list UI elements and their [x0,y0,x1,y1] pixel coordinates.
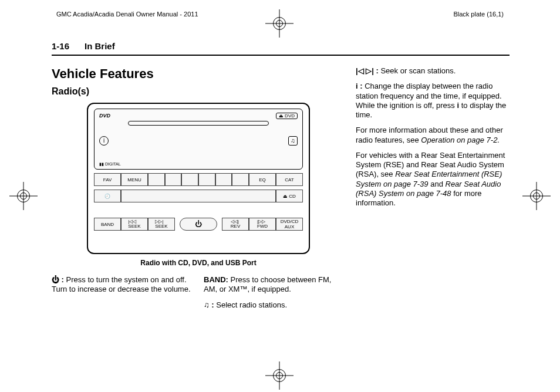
power-desc: ⏻ : Press to turn the system on and off.… [52,275,193,316]
seek-symbol: |◁ ▷| : [356,66,379,75]
band-tune-desc: BAND: Press to choose between FM, AM, or… [204,275,345,316]
fav-button: FAV [94,173,121,186]
band-button: BAND [94,218,121,231]
more-info-2c: and [429,180,446,188]
dolby-icon: ▮▮ DIGITAL [99,162,121,167]
power-text: Press to turn the system on and off. Tur… [52,275,191,293]
more-info-1b: Operation on page 7-2. [421,136,500,144]
clock-button: 🕘 [94,190,121,202]
rev-button: ◁◁| REV [222,218,249,231]
tune-text: Select radio stations. [214,300,287,309]
page-number: 1-16 [52,41,69,51]
disc-slot [128,121,269,126]
page-body: 1-16 In Brief Vehicle Features Radio(s) … [52,41,510,316]
preset-3 [181,173,198,186]
reg-mark-bottom [265,361,294,390]
power-button: ⏻ [180,218,217,231]
seek-next-button: ▷▷| SEEK [148,218,175,231]
section-title: In Brief [85,41,115,51]
reg-mark-left [9,182,38,210]
running-head: 1-16 In Brief [52,41,510,56]
aux-button: DVD/CD AUX [276,218,303,231]
plate-label: Black plate (16,1) [453,11,504,18]
heading-vehicle-features: Vehicle Features [52,66,345,82]
cd-eject-button: ⏏ CD [276,190,303,202]
tune-symbol: ♫ : [204,300,214,309]
preset-4 [198,173,215,186]
dvd-eject-button: ⏏ DVD [276,113,298,119]
radio-row-2: 🕘 ⏏ CD [94,190,303,202]
radio-figure: DVD ⏏ DVD i ♫ ▮▮ DIGITAL FAV MENU E [87,103,310,254]
dvd-logo-icon: DVD [99,113,110,119]
row2-blank [121,190,276,202]
below-figure-columns: ⏻ : Press to turn the system on and off.… [52,275,345,316]
heading-radios: Radio(s) [52,86,345,97]
manual-title: GMC Acadia/Acadia Denali Owner Manual - … [56,11,198,18]
figure-caption: Radio with CD, DVD, and USB Port [52,259,345,267]
menu-button: MENU [121,173,148,186]
seek-prev-button: |◁◁ SEEK [121,218,148,231]
reg-mark-top [265,9,294,38]
preset-2 [165,173,182,186]
music-icon: ♫ [288,136,298,146]
right-column: |◁ ▷| : Seek or scan stations. i : Chang… [356,66,510,316]
radio-row-1: FAV MENU EQ CAT [94,173,303,186]
info-symbol: i : [356,82,363,90]
preset-5 [215,173,232,186]
power-symbol: ⏻ : [52,275,64,284]
eq-button: EQ [249,173,276,186]
reg-mark-right [522,182,551,210]
fwd-button: |▷▷ FWD [249,218,276,231]
info-icon: i [99,136,109,146]
radio-display: DVD ⏏ DVD i ♫ ▮▮ DIGITAL [94,109,303,170]
band-label: BAND: [204,275,228,284]
cat-button: CAT [276,173,303,186]
left-column: Vehicle Features Radio(s) DVD ⏏ DVD i ♫ … [52,66,345,316]
preset-1 [148,173,165,186]
seek-text: Seek or scan stations. [379,66,456,75]
radio-row-3: BAND |◁◁ SEEK ▷▷| SEEK ⏻ ◁◁| REV |▷▷ FWD… [94,218,303,231]
preset-6 [232,173,249,186]
